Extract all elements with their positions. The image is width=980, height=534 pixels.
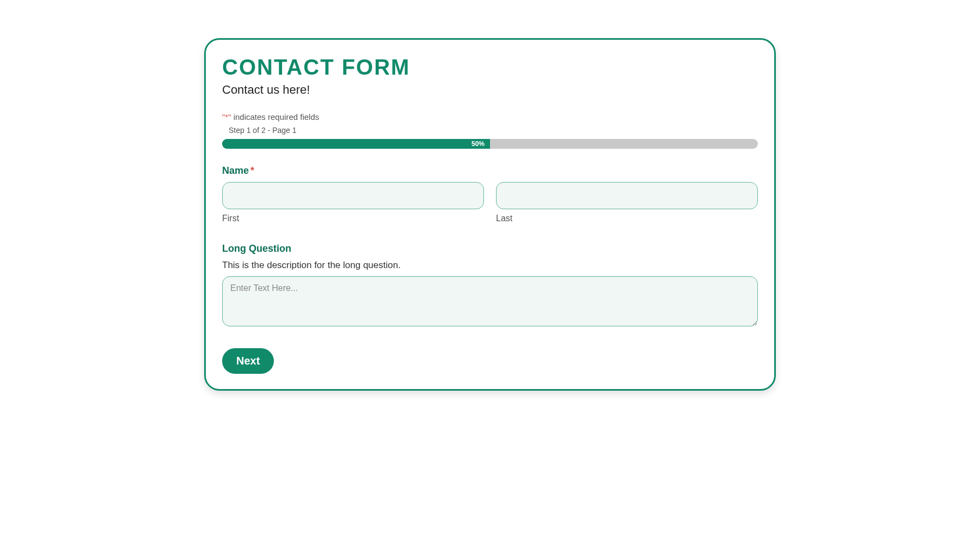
required-fields-note: "*" indicates required fields bbox=[222, 112, 758, 122]
progress-fill: 50% bbox=[222, 139, 490, 149]
form-title: CONTACT FORM bbox=[222, 55, 758, 80]
long-question-label: Long Question bbox=[222, 243, 758, 254]
first-name-column: First bbox=[222, 182, 484, 223]
required-note-rest: indicates required fields bbox=[231, 112, 320, 122]
step-indicator: Step 1 of 2 - Page 1 bbox=[222, 126, 758, 135]
long-question-textarea[interactable] bbox=[222, 276, 758, 326]
first-name-input[interactable] bbox=[222, 182, 484, 209]
form-subtitle: Contact us here! bbox=[222, 83, 758, 97]
progress-bar: 50% bbox=[222, 139, 758, 149]
last-name-column: Last bbox=[496, 182, 758, 223]
name-label-text: Name bbox=[222, 165, 249, 176]
last-name-sublabel: Last bbox=[496, 214, 758, 223]
form-card: CONTACT FORM Contact us here! "*" indica… bbox=[204, 38, 776, 391]
required-note-quoted: "*" bbox=[222, 112, 231, 122]
first-name-sublabel: First bbox=[222, 214, 484, 223]
name-field-row: First Last bbox=[222, 182, 758, 223]
next-button[interactable]: Next bbox=[222, 348, 274, 374]
required-asterisk: * bbox=[250, 165, 254, 176]
name-field-label: Name* bbox=[222, 165, 758, 177]
progress-percent-text: 50% bbox=[471, 140, 485, 148]
last-name-input[interactable] bbox=[496, 182, 758, 209]
long-question-description: This is the description for the long que… bbox=[222, 260, 758, 271]
